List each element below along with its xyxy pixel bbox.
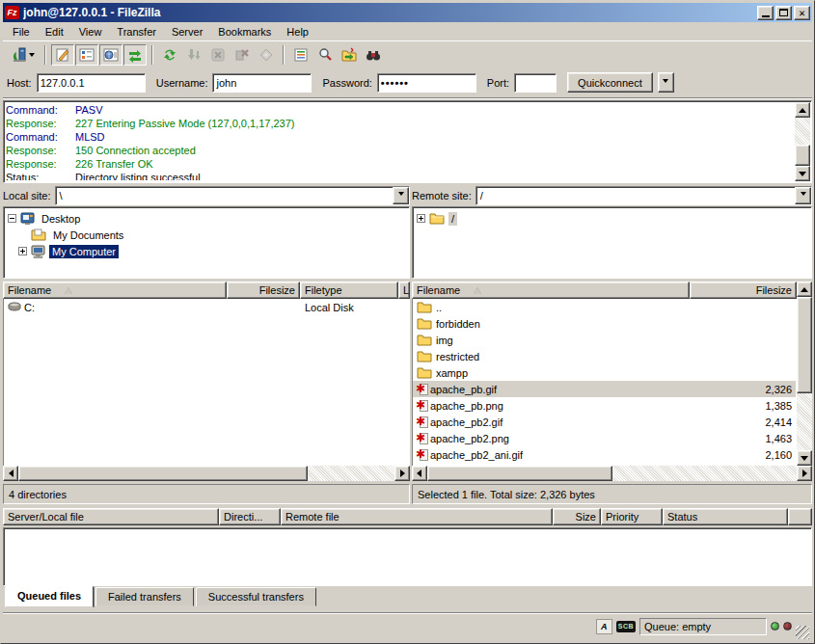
local-site-dropdown-button[interactable] — [393, 187, 409, 204]
column-header-direction[interactable]: Directi... — [219, 508, 281, 525]
log-vertical-scrollbar[interactable] — [795, 102, 810, 181]
remote-file-row[interactable]: ✱apache_pb2_ani.gif 2,160 — [413, 446, 796, 463]
tree-item-desktop[interactable]: Desktop — [8, 210, 407, 227]
column-header-filetype[interactable]: Filetype — [300, 282, 398, 299]
column-header-status[interactable]: Status — [663, 508, 788, 525]
quickconnect-dropdown-button[interactable] — [658, 72, 674, 93]
tree-item-label[interactable]: Desktop — [39, 212, 83, 226]
queue-tabs: Queued files Failed transfers Successful… — [3, 587, 812, 609]
scroll-down-button[interactable] — [795, 166, 810, 181]
scroll-right-button[interactable] — [797, 466, 812, 481]
remote-vertical-scrollbar[interactable] — [797, 282, 812, 466]
username-input[interactable]: john — [212, 73, 312, 93]
menu-view[interactable]: View — [71, 24, 110, 40]
remote-site-dropdown-button[interactable] — [795, 187, 811, 204]
remote-site-combo[interactable]: / — [475, 186, 812, 205]
toggle-remote-pane-button[interactable] — [99, 44, 122, 66]
tree-item-label[interactable]: My Computer — [49, 245, 119, 258]
tab-failed-transfers[interactable]: Failed transfers — [95, 587, 194, 606]
expand-icon[interactable] — [18, 247, 27, 255]
column-header-filesize[interactable]: Filesize — [227, 282, 300, 299]
cancel-operation-button[interactable] — [206, 44, 230, 66]
expand-icon[interactable] — [417, 214, 425, 223]
toggle-local-pane-button[interactable] — [75, 44, 98, 66]
column-header-last-modified[interactable]: L — [398, 282, 410, 299]
scrollbar-thumb[interactable] — [795, 145, 810, 166]
scrollbar-thumb[interactable] — [427, 466, 612, 481]
scroll-left-button[interactable] — [412, 466, 427, 481]
local-horizontal-scrollbar[interactable] — [3, 466, 410, 481]
tab-successful-transfers[interactable]: Successful transfers — [196, 587, 316, 606]
maximize-button[interactable] — [775, 6, 792, 20]
remote-file-row[interactable]: xampp — [413, 364, 796, 381]
resize-grip[interactable] — [796, 626, 809, 639]
find-files-button[interactable] — [362, 44, 385, 66]
scroll-down-icon — [799, 172, 806, 180]
log-line-label: Response: — [6, 117, 75, 130]
remote-file-row-selected[interactable]: ✱apache_pb.gif 2,326 — [413, 381, 796, 397]
column-header-label: Server/Local file — [8, 511, 84, 523]
column-header-remote-file[interactable]: Remote file — [281, 508, 553, 525]
scroll-right-button[interactable] — [394, 466, 410, 481]
remote-file-row[interactable]: img — [413, 332, 796, 348]
refresh-button[interactable] — [158, 44, 181, 66]
column-header-filename[interactable]: Filename — [412, 282, 690, 299]
local-file-row[interactable]: C: Local Disk — [4, 299, 409, 315]
menu-file[interactable]: File — [5, 24, 38, 40]
column-header-filesize[interactable]: Filesize — [690, 282, 797, 299]
menu-help[interactable]: Help — [279, 24, 316, 40]
column-header-label: Directi... — [224, 511, 262, 523]
column-header-priority[interactable]: Priority — [601, 508, 663, 525]
log-line: Response:226 Transfer OK — [6, 157, 794, 171]
tab-queued-files[interactable]: Queued files — [5, 586, 94, 607]
directory-listing-filters-button[interactable] — [289, 44, 312, 66]
remote-file-row[interactable]: ✱apache_pb2.gif 2,414 — [413, 414, 796, 430]
remote-file-row[interactable]: restricted — [413, 348, 796, 364]
synchronized-browsing-button[interactable] — [338, 44, 361, 66]
local-site-combo[interactable]: \ — [55, 186, 410, 205]
disconnect-button[interactable] — [231, 44, 254, 66]
process-queue-button[interactable] — [182, 44, 205, 66]
reconnect-button[interactable] — [255, 44, 278, 66]
port-input[interactable] — [514, 73, 557, 93]
transfer-type-indicator-icon[interactable]: A — [596, 619, 612, 634]
column-header-server-local-file[interactable]: Server/Local file — [3, 508, 219, 525]
column-header-filename[interactable]: Filename — [3, 282, 227, 299]
site-manager-button[interactable] — [7, 44, 40, 66]
toggle-queue-button[interactable] — [123, 44, 147, 66]
remote-file-row[interactable]: forbidden — [413, 315, 796, 332]
scroll-up-button[interactable] — [797, 282, 812, 297]
tree-item-my-documents[interactable]: My Documents — [8, 227, 407, 243]
scrollbar-thumb[interactable] — [18, 466, 308, 481]
remote-file-row[interactable]: .. — [413, 299, 796, 315]
host-input[interactable]: 127.0.0.1 — [37, 73, 146, 93]
tree-item-my-computer[interactable]: My Computer — [8, 243, 407, 259]
password-input[interactable]: •••••• — [377, 73, 476, 93]
menu-server[interactable]: Server — [164, 24, 210, 40]
scrollbar-thumb[interactable] — [797, 297, 812, 393]
scroll-left-button[interactable] — [3, 466, 18, 481]
toggle-log-button[interactable] — [51, 44, 74, 66]
file-search-button[interactable] — [313, 44, 337, 66]
scroll-down-button[interactable] — [797, 450, 812, 466]
remote-horizontal-scrollbar[interactable] — [412, 466, 812, 481]
menu-transfer[interactable]: Transfer — [109, 24, 164, 40]
column-header-size[interactable]: Size — [553, 508, 601, 525]
quickconnect-button[interactable]: Quickconnect — [567, 72, 653, 93]
minimize-button[interactable] — [757, 6, 774, 20]
close-button[interactable]: ✕ — [794, 6, 810, 20]
menu-edit[interactable]: Edit — [38, 24, 71, 40]
host-label: Host: — [7, 77, 32, 89]
tree-item-label[interactable]: My Documents — [50, 228, 126, 242]
speed-limit-icon[interactable]: SCB — [616, 621, 636, 632]
scroll-up-button[interactable] — [795, 102, 810, 118]
tree-item-root[interactable]: / — [417, 210, 809, 227]
remote-file-row[interactable]: ✱apache_pb2.png 1,463 — [413, 430, 796, 446]
tree-item-label[interactable]: / — [448, 212, 457, 226]
titlebar[interactable]: Fz john@127.0.0.1 - FileZilla ✕ — [3, 3, 812, 22]
tab-label: Queued files — [17, 590, 81, 602]
remote-file-row[interactable]: ✱apache_pb.png 1,385 — [413, 397, 796, 414]
menu-bookmarks[interactable]: Bookmarks — [210, 24, 279, 40]
log-line-label: Command: — [6, 103, 75, 117]
collapse-icon[interactable] — [8, 214, 16, 223]
